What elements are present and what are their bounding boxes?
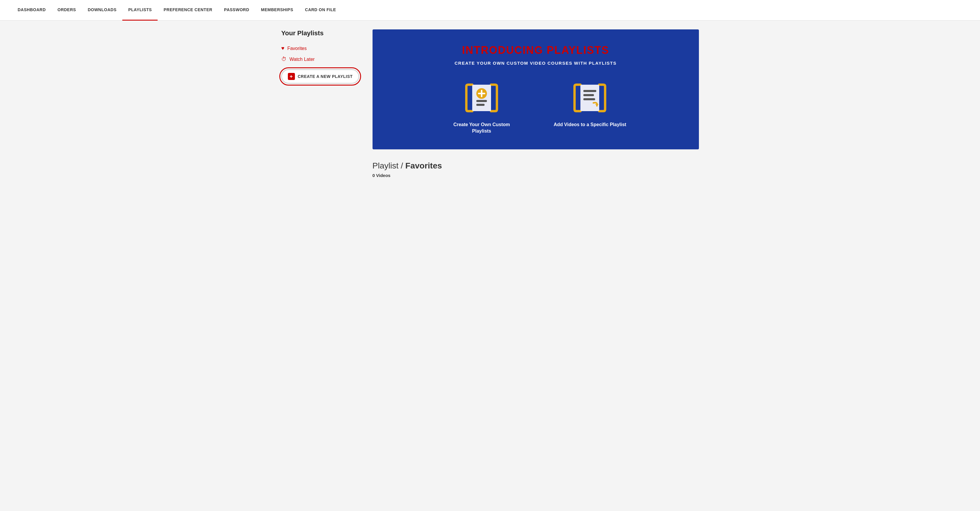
clock-icon: ⏱ [282, 56, 287, 62]
playlist-video-count: 0 Videos [372, 173, 699, 178]
banner-subtitle: CREATE YOUR OWN CUSTOM VIDEO COURSES WIT… [390, 60, 681, 65]
nav-preference-center[interactable]: PREFERENCE CENTER [158, 0, 218, 21]
top-navigation: DASHBOARD ORDERS DOWNLOADS PLAYLISTS PRE… [0, 0, 980, 21]
nav-password[interactable]: PASSWORD [218, 0, 255, 21]
heart-icon: ♥ [282, 45, 285, 51]
create-playlist-icon [464, 82, 499, 114]
svg-rect-7 [583, 90, 596, 92]
banner-title: INTRODUCING PLAYLISTS [390, 44, 681, 56]
svg-rect-8 [583, 94, 594, 96]
svg-rect-6 [581, 85, 599, 111]
sidebar-item-watch-later[interactable]: ⏱ Watch Later [282, 54, 364, 65]
create-playlist-label: CREATE A NEW PLAYLIST [298, 74, 353, 79]
sidebar-item-favorites-label: Favorites [287, 46, 307, 51]
breadcrumb-prefix: Playlist / [372, 161, 406, 170]
nav-playlists[interactable]: PLAYLISTS [123, 0, 158, 21]
playlist-breadcrumb: Playlist / Favorites [372, 161, 699, 170]
nav-downloads[interactable]: DOWNLOADS [82, 0, 123, 21]
feature-create-playlists: Create Your Own Custom Playlists [445, 80, 519, 135]
svg-rect-9 [583, 98, 595, 100]
sidebar: Your Playlists ♥ Favorites ⏱ Watch Later… [282, 29, 364, 178]
nav-card-on-file[interactable]: CARD ON FILE [299, 0, 342, 21]
breadcrumb-name: Favorites [406, 161, 442, 170]
sidebar-item-favorites[interactable]: ♥ Favorites [282, 43, 364, 54]
add-videos-icon [572, 82, 608, 114]
sidebar-title: Your Playlists [282, 29, 364, 37]
feature-add-label: Add Videos to a Specific Playlist [554, 121, 626, 128]
nav-dashboard[interactable]: DASHBOARD [12, 0, 52, 21]
feature-create-label: Create Your Own Custom Playlists [445, 121, 519, 135]
create-new-playlist-button[interactable]: + CREATE A NEW PLAYLIST [282, 69, 359, 83]
main-content: INTRODUCING PLAYLISTS CREATE YOUR OWN CU… [372, 29, 699, 178]
svg-rect-1 [476, 100, 487, 102]
main-layout: Your Playlists ♥ Favorites ⏱ Watch Later… [270, 21, 711, 187]
create-playlist-icon-wrapper [464, 80, 499, 116]
plus-icon: + [288, 73, 295, 80]
svg-rect-2 [476, 104, 485, 106]
add-videos-icon-wrapper [572, 80, 608, 116]
sidebar-item-watch-later-label: Watch Later [290, 57, 315, 62]
banner-features: Create Your Own Custom Playlists [390, 80, 681, 135]
feature-add-videos: Add Videos to a Specific Playlist [554, 80, 626, 128]
playlist-header: Playlist / Favorites 0 Videos [372, 161, 699, 178]
nav-orders[interactable]: ORDERS [52, 0, 82, 21]
nav-memberships[interactable]: MEMBERSHIPS [255, 0, 299, 21]
intro-banner: INTRODUCING PLAYLISTS CREATE YOUR OWN CU… [372, 29, 699, 150]
